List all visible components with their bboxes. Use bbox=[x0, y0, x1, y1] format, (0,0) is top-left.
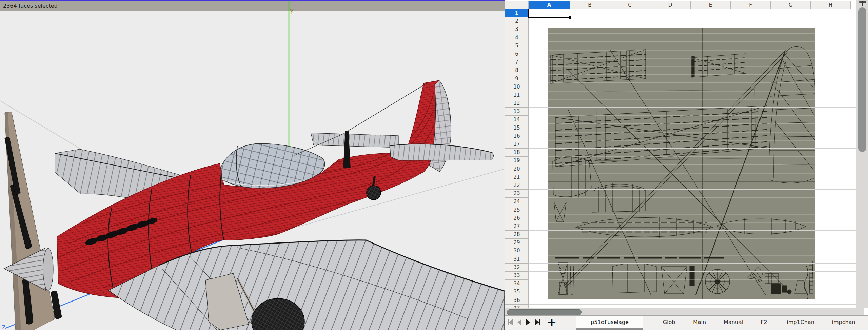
row-header-3[interactable]: 3 bbox=[505, 25, 528, 34]
row-header-15[interactable]: 15 bbox=[505, 124, 528, 132]
row-header-23[interactable]: 23 bbox=[505, 190, 528, 198]
row-header-32[interactable]: 32 bbox=[505, 264, 528, 272]
row-header-28[interactable]: 28 bbox=[505, 231, 528, 239]
row-header-30[interactable]: 30 bbox=[505, 247, 528, 255]
column-header-D[interactable]: D bbox=[650, 1, 691, 9]
previous-sheet-icon[interactable] bbox=[517, 319, 521, 325]
3d-scene[interactable]: Z bbox=[0, 0, 505, 330]
column-header-F[interactable]: F bbox=[731, 1, 771, 9]
row-header-36[interactable]: 36 bbox=[505, 296, 528, 305]
row-header-18[interactable]: 18 bbox=[505, 149, 528, 157]
row-header-14[interactable]: 14 bbox=[505, 116, 528, 124]
row-header-33[interactable]: 33 bbox=[505, 272, 528, 280]
row-header-26[interactable]: 26 bbox=[505, 214, 528, 222]
row-headers: 1234567891011121314151617181920212223242… bbox=[505, 9, 529, 308]
sheet-tab-impchan[interactable]: impchan bbox=[832, 316, 855, 329]
row-header-7[interactable]: 7 bbox=[505, 58, 528, 66]
row-header-8[interactable]: 8 bbox=[505, 66, 528, 75]
row-header-25[interactable]: 25 bbox=[505, 206, 528, 214]
row-header-34[interactable]: 34 bbox=[505, 280, 528, 288]
row-header-5[interactable]: 5 bbox=[505, 42, 528, 50]
window-top-border bbox=[0, 0, 505, 1]
select-all-corner[interactable] bbox=[505, 1, 529, 9]
row-header-31[interactable]: 31 bbox=[505, 255, 528, 264]
left-stabilizer[interactable] bbox=[311, 133, 398, 148]
row-header-9[interactable]: 9 bbox=[505, 75, 528, 83]
row-header-22[interactable]: 22 bbox=[505, 181, 528, 190]
fill-handle[interactable] bbox=[569, 16, 571, 19]
row-header-17[interactable]: 17 bbox=[505, 140, 528, 149]
row-header-20[interactable]: 20 bbox=[505, 165, 528, 173]
sheet-tab-Main[interactable]: Main bbox=[693, 316, 706, 329]
row-header-12[interactable]: 12 bbox=[505, 99, 528, 108]
horizontal-scrollbar[interactable] bbox=[505, 308, 864, 315]
sheet-tab-Glob[interactable]: Glob bbox=[663, 316, 675, 329]
column-header-A[interactable]: A bbox=[529, 1, 570, 9]
row-header-1[interactable]: 1 bbox=[505, 9, 528, 17]
selected-cell[interactable] bbox=[528, 9, 570, 18]
sheet-tab-F2[interactable]: F2 bbox=[761, 316, 767, 329]
screen: 2364 faces selected bbox=[0, 0, 868, 330]
blueprint-drawing bbox=[548, 28, 815, 299]
row-header-6[interactable]: 6 bbox=[505, 50, 528, 58]
sheet-tab-imp1Chan[interactable]: imp1Chan bbox=[787, 316, 814, 329]
row-header-4[interactable]: 4 bbox=[505, 34, 528, 42]
row-header-35[interactable]: 35 bbox=[505, 288, 528, 296]
scrollbar-resize-tick[interactable] bbox=[862, 1, 863, 6]
row-header-29[interactable]: 29 bbox=[505, 239, 528, 247]
sheet-tab-active[interactable]: p51dFuselage bbox=[576, 316, 643, 328]
split-handle[interactable] bbox=[859, 1, 866, 3]
row-header-21[interactable]: 21 bbox=[505, 173, 528, 181]
row-header-19[interactable]: 19 bbox=[505, 157, 528, 165]
z-axis-label: Z bbox=[2, 325, 5, 330]
active-tab-underline bbox=[576, 328, 643, 330]
embedded-blueprint-image[interactable] bbox=[548, 28, 815, 299]
cell-grid[interactable] bbox=[529, 9, 856, 308]
column-header-G[interactable]: G bbox=[771, 1, 811, 9]
column-header-B[interactable]: B bbox=[570, 1, 610, 9]
sheet-tab-bar: + p51dFuselage GlobMainManualF2imp1Chani… bbox=[505, 315, 868, 330]
next-sheet-icon[interactable] bbox=[526, 319, 530, 325]
row-header-27[interactable]: 27 bbox=[505, 222, 528, 231]
column-header-H[interactable]: H bbox=[811, 1, 851, 9]
row-header-13[interactable]: 13 bbox=[505, 108, 528, 116]
sheet-tab-Manual[interactable]: Manual bbox=[724, 316, 743, 329]
column-header-C[interactable]: C bbox=[610, 1, 650, 9]
y-axis-label: Y bbox=[290, 9, 294, 15]
wings3d-viewport-pane[interactable]: 2364 faces selected bbox=[0, 0, 505, 330]
first-sheet-icon[interactable] bbox=[508, 319, 513, 325]
row-header-11[interactable]: 11 bbox=[505, 91, 528, 99]
row-header-24[interactable]: 24 bbox=[505, 198, 528, 206]
sheet-navigation: + bbox=[508, 316, 557, 329]
row-header-37[interactable]: 37 bbox=[505, 305, 528, 308]
row-header-16[interactable]: 16 bbox=[505, 132, 528, 140]
vertical-scrollbar-thumb[interactable] bbox=[858, 7, 866, 152]
row-header-10[interactable]: 10 bbox=[505, 83, 528, 91]
row-header-2[interactable]: 2 bbox=[505, 17, 528, 25]
vertical-scrollbar[interactable] bbox=[856, 0, 868, 308]
add-sheet-icon[interactable]: + bbox=[547, 316, 557, 328]
horizontal-scrollbar-thumb[interactable] bbox=[507, 309, 582, 315]
column-header-E[interactable]: E bbox=[691, 1, 731, 9]
spreadsheet-pane: ABCDEFGH 1234567891011121314151617181920… bbox=[505, 0, 868, 330]
last-sheet-icon[interactable] bbox=[535, 319, 540, 325]
